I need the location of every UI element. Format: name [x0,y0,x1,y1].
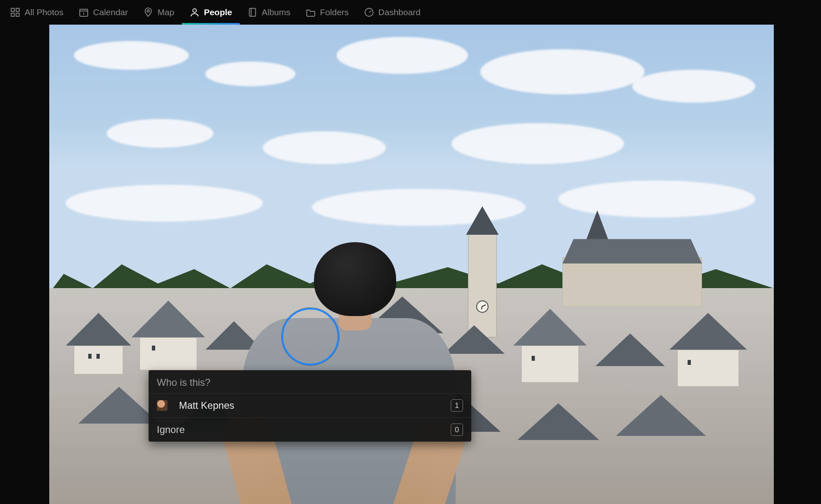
grid-icon [10,7,21,18]
nav-albums[interactable]: Albums [240,0,298,25]
svg-rect-2 [11,13,14,16]
suggestion-name: Matt Kepnes [179,400,451,411]
keyboard-shortcut-badge: 1 [451,399,463,412]
svg-rect-4 [80,9,88,16]
suggestion-row[interactable]: Matt Kepnes 1 [149,393,471,417]
nav-label: All Photos [25,7,64,17]
nav-map[interactable]: Map [135,0,182,25]
nav-label: Calendar [93,7,128,17]
pin-icon [143,7,154,18]
gauge-icon [364,7,374,18]
folder-icon [305,7,316,18]
keyboard-shortcut-badge: 0 [451,424,463,436]
svg-rect-1 [16,8,19,11]
nav-calendar[interactable]: Calendar [71,0,135,25]
nav-dashboard[interactable]: Dashboard [356,0,428,25]
nav-label: Map [158,7,174,17]
svg-rect-9 [249,8,255,16]
person-icon [189,7,200,18]
photo-viewer[interactable]: Who is this? Matt Kepnes 1 Ignore 0 [49,25,774,504]
face-detection-ring[interactable] [282,308,339,365]
calendar-icon [78,7,89,18]
ignore-row[interactable]: Ignore 0 [149,417,471,442]
popover-prompt: Who is this? [149,370,471,393]
top-nav: All Photos Calendar Map People Albums Fo… [0,0,821,25]
svg-rect-0 [11,8,14,11]
nav-folders[interactable]: Folders [298,0,356,25]
face-identify-popover: Who is this? Matt Kepnes 1 Ignore 0 [149,370,471,442]
svg-point-8 [193,9,196,12]
svg-point-7 [147,10,149,12]
nav-people[interactable]: People [182,0,240,25]
ignore-label: Ignore [157,424,451,435]
nav-label: People [204,7,232,17]
album-icon [247,7,258,18]
nav-all-photos[interactable]: All Photos [2,0,71,25]
nav-label: Dashboard [378,7,421,17]
avatar [157,400,167,411]
nav-label: Folders [320,7,349,17]
nav-label: Albums [262,7,291,17]
svg-rect-3 [16,13,19,16]
